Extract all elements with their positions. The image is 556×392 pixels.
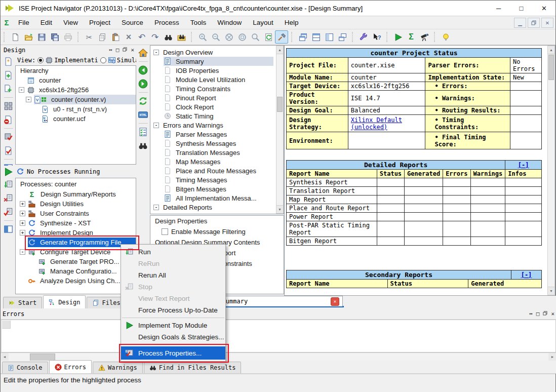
- design-check-icon[interactable]: [4, 132, 13, 142]
- process-design-summary[interactable]: Σ Design Summary/Reports: [16, 189, 136, 199]
- menu-item-run[interactable]: Run: [121, 246, 225, 258]
- tree-item-counter-module[interactable]: - V counter (counter.v): [16, 95, 136, 104]
- restore-windows-icon[interactable]: [336, 30, 349, 44]
- process-configure-target-device[interactable]: - Configure Target Device: [16, 247, 136, 257]
- open-file-icon[interactable]: [22, 30, 35, 44]
- menu-window[interactable]: Window: [212, 16, 247, 29]
- menu-project[interactable]: Project: [84, 16, 116, 29]
- save-icon[interactable]: [35, 30, 48, 44]
- process-implement-design[interactable]: + Implement Design: [16, 228, 136, 238]
- collapse-icon[interactable]: -: [153, 205, 159, 210]
- panel-maximize-icon[interactable]: □: [536, 310, 540, 317]
- collapse-section-link[interactable]: [-]: [521, 271, 532, 279]
- node-iob-properties[interactable]: IOB Properties: [150, 66, 284, 75]
- run-selected-process-icon[interactable]: [4, 180, 13, 189]
- panel-float-icon[interactable]: [123, 47, 127, 53]
- close-button[interactable]: ✕: [533, 1, 555, 16]
- scroll-down-icon[interactable]: ▼: [276, 205, 283, 213]
- menu-item-force-up-to-date[interactable]: Force Process Up-to-Date: [121, 304, 225, 316]
- collapse-expander[interactable]: -: [26, 97, 31, 102]
- forward-icon[interactable]: [138, 79, 148, 89]
- new-file-icon[interactable]: [9, 30, 22, 44]
- scroll-up-icon[interactable]: ▲: [548, 46, 554, 54]
- panel-float-icon[interactable]: [543, 310, 547, 317]
- zoom-in-icon[interactable]: [196, 30, 209, 44]
- implementation-radio[interactable]: [37, 57, 44, 63]
- implementation-label[interactable]: Implementati: [54, 57, 98, 64]
- process-synthesize[interactable]: + Synthesize - XST: [16, 218, 136, 228]
- delete-icon[interactable]: ×: [122, 30, 135, 44]
- new-source-icon[interactable]: ✶: [4, 57, 13, 66]
- node-map-messages[interactable]: Map Messages: [150, 157, 284, 166]
- tree-item-counter-ucf[interactable]: u counter.ucf: [16, 114, 136, 124]
- menu-source[interactable]: Source: [116, 16, 149, 29]
- node-design-overview[interactable]: -Design Overview: [150, 48, 284, 57]
- node-module-level-utilization[interactable]: Module Level Utilization: [150, 75, 284, 84]
- menu-item-implement-top-module[interactable]: Implement Top Module: [121, 320, 225, 331]
- panel-resize-icon[interactable]: ↔: [529, 310, 533, 317]
- scroll-down-icon[interactable]: ▼: [548, 287, 554, 295]
- tree-item-rst-n[interactable]: V u0 - rst_n (rst_n.v): [16, 104, 136, 114]
- cut-icon[interactable]: ✂: [83, 30, 96, 44]
- refresh-icon[interactable]: [138, 96, 148, 106]
- search-results-icon[interactable]: [138, 141, 148, 150]
- run-icon[interactable]: [391, 30, 405, 44]
- overview-scrollbar[interactable]: ▲ ▼: [276, 46, 284, 214]
- node-static-timing[interactable]: Static Timing: [150, 111, 284, 121]
- zoom-region-icon[interactable]: [235, 30, 249, 44]
- expand-icon[interactable]: +: [20, 220, 25, 226]
- refresh-view-icon[interactable]: [262, 30, 275, 44]
- process-manage-configuration[interactable]: Manage Configuratio...: [16, 266, 136, 276]
- source-check-icon[interactable]: [4, 146, 13, 155]
- panel-close-icon[interactable]: ✕: [551, 310, 554, 317]
- menu-layout[interactable]: Layout: [247, 16, 279, 29]
- message-filters-icon[interactable]: [138, 127, 148, 137]
- find-in-files-icon[interactable]: [175, 30, 188, 44]
- enable-message-filtering-row[interactable]: Enable Message Filtering: [150, 226, 284, 237]
- errors-hscrollbar[interactable]: ◄ ►: [1, 352, 556, 361]
- node-translation-messages[interactable]: Translation Messages: [150, 148, 284, 157]
- node-timing-messages[interactable]: Timing Messages: [150, 175, 284, 184]
- summary-scrollbar[interactable]: ▲ ▼: [547, 46, 555, 295]
- zoom-out-icon[interactable]: [209, 30, 222, 44]
- tile-vertically-icon[interactable]: [323, 30, 336, 44]
- node-place-route-messages[interactable]: Place and Route Messages: [150, 166, 284, 175]
- tab-design[interactable]: Design: [43, 295, 86, 308]
- design-summary-sigma-icon[interactable]: Σ: [405, 30, 418, 44]
- close-tab-icon[interactable]: ✕: [331, 297, 339, 306]
- tab-warnings[interactable]: Warnings: [93, 362, 143, 373]
- design-strategy-link[interactable]: Xilinx Default (unlocked): [351, 116, 402, 131]
- scroll-up-icon[interactable]: ▲: [276, 46, 283, 54]
- maximize-button[interactable]: □: [510, 1, 533, 16]
- node-clock-report[interactable]: Clock Report: [150, 102, 284, 111]
- menu-help[interactable]: Help: [279, 16, 304, 29]
- node-timing-constraints[interactable]: Timing Constraints: [150, 84, 284, 93]
- node-synthesis-messages[interactable]: Synthesis Messages: [150, 139, 284, 148]
- menu-tools[interactable]: Tools: [185, 16, 212, 29]
- simulation-radio[interactable]: [100, 57, 106, 63]
- toggle-columns-icon[interactable]: [4, 224, 13, 234]
- collapse-icon[interactable]: -: [153, 50, 159, 55]
- add-source-icon[interactable]: [4, 70, 13, 80]
- menu-process[interactable]: Process: [149, 16, 185, 29]
- toolbox-icon[interactable]: [275, 30, 288, 44]
- process-generate-target-prom[interactable]: Generate Target PRO...: [16, 257, 136, 266]
- stop-process-icon[interactable]: [4, 193, 13, 203]
- tree-item-device[interactable]: - xc6slx16-2ftg256: [16, 85, 136, 95]
- minimize-button[interactable]: ─: [487, 1, 510, 16]
- process-user-constraints[interactable]: + User Constraints: [16, 209, 136, 218]
- html-export-icon[interactable]: HTML: [138, 110, 148, 120]
- tab-errors[interactable]: Errors: [49, 360, 92, 373]
- force-process-icon[interactable]: [4, 207, 13, 217]
- menu-edit[interactable]: Edit: [35, 16, 58, 29]
- mdi-minimize-button[interactable]: ▁: [514, 18, 526, 28]
- node-summary[interactable]: Summary: [150, 57, 284, 66]
- menu-item-design-goals[interactable]: Design Goals & Strategies...: [121, 331, 225, 343]
- menu-view[interactable]: View: [58, 16, 84, 29]
- collapse-section-link[interactable]: [-]: [518, 162, 529, 169]
- cascade-windows-icon[interactable]: [296, 30, 309, 44]
- simulation-label[interactable]: Simulati: [117, 57, 136, 64]
- context-help-icon[interactable]: ?: [370, 30, 383, 44]
- tree-item-counter-project[interactable]: counter: [16, 75, 136, 85]
- tile-horizontally-icon[interactable]: [309, 30, 323, 44]
